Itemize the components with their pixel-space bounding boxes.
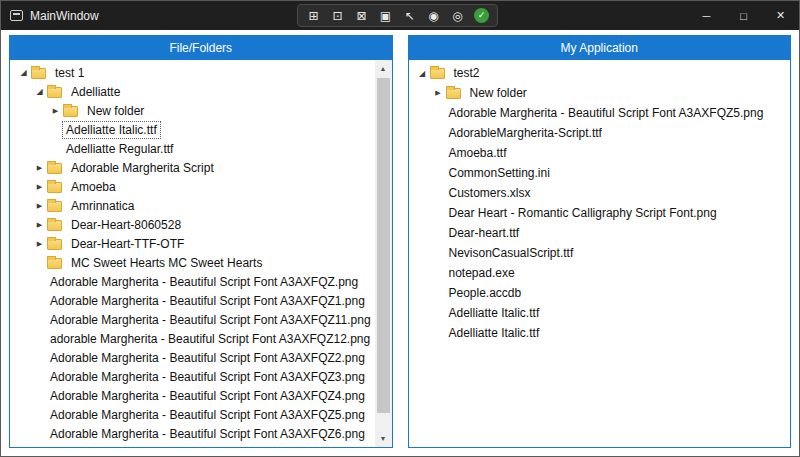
tree-item[interactable]: Adorable Margherita - Beautiful Script F…	[409, 103, 791, 123]
scroll-down-icon[interactable]	[375, 430, 392, 447]
tree-item[interactable]: Dear-Heart-TTF-OTF	[10, 234, 375, 253]
folder-icon	[47, 220, 62, 231]
tree-item[interactable]: Dear-Heart-8060528	[10, 215, 375, 234]
tree-item[interactable]: Amrinnatica	[10, 196, 375, 215]
tree-item-label: New folder	[467, 85, 530, 101]
tree-item-label: Adorable Margherita - Beautiful Script F…	[446, 105, 767, 121]
tree-item-label: Amoeba	[68, 179, 119, 195]
tree-item[interactable]: Adorable Margherita Script	[10, 158, 375, 177]
my-application-tree: test2New folderAdorable Margherita - Bea…	[408, 60, 792, 448]
tree-item-label: test2	[451, 65, 483, 81]
tree-item[interactable]: People.accdb	[409, 283, 791, 303]
folder-icon	[47, 258, 62, 269]
cursor-capture-icon[interactable]: ↖	[402, 8, 417, 23]
screen-capture-icon[interactable]: ⊞	[306, 8, 321, 23]
tree-item[interactable]: Adelliatte Italic.ttf	[10, 120, 375, 139]
folder-icon	[47, 182, 62, 193]
folder-icon	[63, 106, 78, 117]
window-capture-icon[interactable]: ▣	[378, 8, 393, 23]
minimize-button[interactable]: ─	[688, 1, 725, 30]
expander-expanded-icon[interactable]	[32, 87, 47, 96]
tree-item[interactable]: Amoeba	[10, 177, 375, 196]
tree-item[interactable]: Adelliatte Italic.ttf	[409, 303, 791, 323]
tree-item-label: Dear-Heart-8060528	[68, 217, 184, 233]
my-application-panel: My Application test2New folderAdorable M…	[408, 35, 792, 448]
expander-expanded-icon[interactable]	[415, 69, 430, 78]
video-capture-icon[interactable]: ⊡	[330, 8, 345, 23]
tree-item-label: Adorable Margherita - Beautiful Script F…	[47, 369, 368, 385]
tree-item[interactable]: Adorable Margherita - Beautiful Script F…	[10, 386, 375, 405]
region-capture-icon[interactable]: ⊠	[354, 8, 369, 23]
tree-item[interactable]: notepad.exe	[409, 263, 791, 283]
tree-item-label: Adorable Margherita - Beautiful Script F…	[47, 388, 368, 404]
tree-item[interactable]: Dear Heart - Romantic Calligraphy Script…	[409, 203, 791, 223]
tree-item-label: Amoeba.ttf	[446, 145, 510, 161]
tree-item-label: Amrinnatica	[68, 198, 137, 214]
expander-collapsed-icon[interactable]	[32, 221, 47, 229]
titlebar: MainWindow ⊞⊡⊠▣↖◉◎✓ ─ □ ✕	[1, 1, 799, 30]
expander-collapsed-icon[interactable]	[32, 240, 47, 248]
capture-toolbar: ⊞⊡⊠▣↖◉◎✓	[297, 4, 498, 27]
tree-item[interactable]: New folder	[409, 83, 791, 103]
expander-collapsed-icon[interactable]	[32, 183, 47, 191]
tree-item-label: Adorable Margherita - Beautiful Script F…	[47, 274, 361, 290]
tree-item-label: MC Sweet Hearts MC Sweet Hearts	[68, 255, 265, 271]
tree-item[interactable]: Adorable Margherita - Beautiful Script F…	[10, 424, 375, 443]
tree-item-label: Adorable Margherita Script	[68, 160, 217, 176]
tree-item-label: Adelliatte Italic.ttf	[63, 122, 160, 138]
tree-item[interactable]: Adelliatte Italic.ttf	[409, 323, 791, 343]
folder-icon	[430, 68, 445, 79]
tree-item-label: Adelliatte	[68, 84, 123, 100]
tree-item[interactable]: Adorable Margherita - Beautiful Script F…	[10, 405, 375, 424]
tree-item[interactable]: Dear-heart.ttf	[409, 223, 791, 243]
tree-item[interactable]: Amoeba.ttf	[409, 143, 791, 163]
tree-item-label: Adelliatte Regular.ttf	[63, 141, 176, 157]
tree-item[interactable]: AdorableMargherita-Script.ttf	[409, 123, 791, 143]
tree-item[interactable]: Customers.xlsx	[409, 183, 791, 203]
tree-item[interactable]: Adelliatte Regular.ttf	[10, 139, 375, 158]
maximize-button[interactable]: □	[725, 1, 762, 30]
tree-item[interactable]: Adorable Margherita - Beautiful Script F…	[10, 443, 375, 448]
window-title: MainWindow	[30, 9, 99, 23]
tree-item-label: Dear Heart - Romantic Calligraphy Script…	[446, 205, 720, 221]
tree-item-label: CommonSetting.ini	[446, 165, 553, 181]
expander-collapsed-icon[interactable]	[32, 202, 47, 210]
tree-item[interactable]: Adorable Margherita - Beautiful Script F…	[10, 291, 375, 310]
tree-item[interactable]: adorable Margherita - Beautiful Script F…	[10, 329, 375, 348]
expander-expanded-icon[interactable]	[16, 68, 31, 77]
tree-item[interactable]: New folder	[10, 101, 375, 120]
record-icon[interactable]: ◉	[426, 8, 441, 23]
vertical-scrollbar[interactable]	[375, 60, 392, 447]
tree-item[interactable]: NevisonCasualScript.ttf	[409, 243, 791, 263]
tree-item[interactable]: MC Sweet Hearts MC Sweet Hearts	[10, 253, 375, 272]
close-button[interactable]: ✕	[762, 1, 799, 30]
tree-item[interactable]: Adorable Margherita - Beautiful Script F…	[10, 272, 375, 291]
tree-item-label: Adorable Margherita - Beautiful Script F…	[47, 293, 368, 309]
tree-item-label: adorable Margherita - Beautiful Script F…	[47, 331, 373, 347]
status-check-icon[interactable]: ✓	[474, 8, 489, 23]
tree-item[interactable]: Adorable Margherita - Beautiful Script F…	[10, 348, 375, 367]
tree-item-label: Adorable Margherita - Beautiful Script F…	[47, 426, 368, 442]
tree-item-label: AdorableMargherita-Script.ttf	[446, 125, 605, 141]
folder-icon	[446, 88, 461, 99]
tree-item[interactable]: test 1	[10, 63, 375, 82]
expander-collapsed-icon[interactable]	[431, 89, 446, 97]
expander-collapsed-icon[interactable]	[48, 107, 63, 115]
folder-icon	[47, 87, 62, 98]
scroll-up-icon[interactable]	[375, 60, 392, 77]
tree-item[interactable]: Adorable Margherita - Beautiful Script F…	[10, 310, 375, 329]
tree-item[interactable]: CommonSetting.ini	[409, 163, 791, 183]
window-controls: ─ □ ✕	[688, 1, 799, 30]
expander-collapsed-icon[interactable]	[32, 164, 47, 172]
tree-item-label: NevisonCasualScript.ttf	[446, 245, 577, 261]
tree-item[interactable]: Adelliatte	[10, 82, 375, 101]
content-area: File/Folders test 1AdelliatteNew folderA…	[1, 30, 799, 456]
tree-item[interactable]: test2	[409, 63, 791, 83]
tree-item-label: Adelliatte Italic.ttf	[446, 305, 543, 321]
my-application-header: My Application	[408, 35, 792, 60]
settings-icon[interactable]: ◎	[450, 8, 465, 23]
tree-item[interactable]: Adorable Margherita - Beautiful Script F…	[10, 367, 375, 386]
tree-item-label: New folder	[84, 103, 147, 119]
scroll-thumb[interactable]	[377, 78, 390, 413]
folder-icon	[31, 68, 46, 79]
